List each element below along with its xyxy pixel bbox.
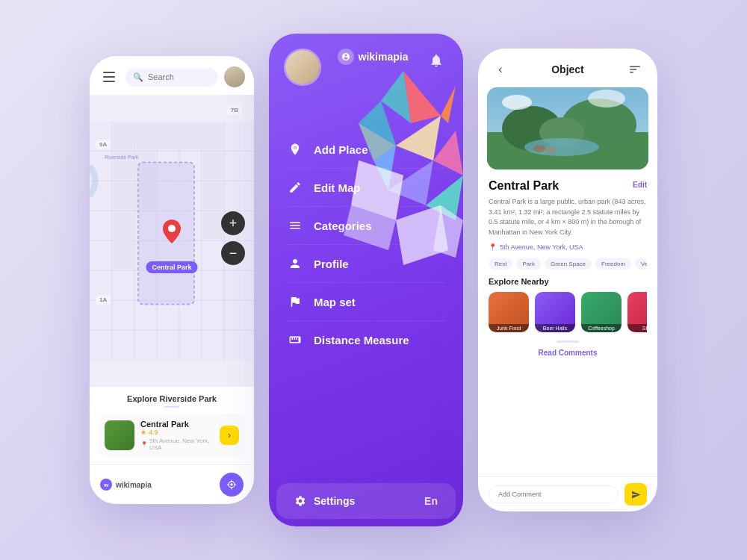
back-button[interactable]: ‹ <box>490 59 511 80</box>
settings-footer[interactable]: Settings En <box>276 483 456 519</box>
place-name: Central Park <box>489 178 559 193</box>
svg-rect-16 <box>158 123 178 150</box>
brand-icon <box>338 49 354 65</box>
menu-top: wikimapia <box>269 34 463 86</box>
park-thumbnail <box>105 420 134 450</box>
language-label: En <box>424 495 438 507</box>
park-info: Central Park ★ 4.9 📍 5th Avenue, New Yor… <box>140 420 214 451</box>
tags-row: Rest Park Green Space Freedom Vermin <box>489 258 647 270</box>
divider <box>164 406 179 408</box>
svg-rect-23 <box>203 183 223 210</box>
svg-point-56 <box>502 95 532 110</box>
star-icon: ★ <box>140 429 146 436</box>
svg-point-54 <box>533 145 545 152</box>
nearby-beer-halls[interactable]: Beer Halls <box>535 292 575 335</box>
svg-rect-24 <box>114 213 133 270</box>
place-location: 📍 5th Avenue, New York, USA <box>489 243 647 251</box>
user-avatar-image <box>285 50 320 84</box>
settings-icon <box>294 495 306 507</box>
svg-rect-21 <box>203 153 223 180</box>
my-location-button[interactable] <box>220 473 244 497</box>
menu-items-list: Add Place Edit Map Categories Profile Ma… <box>269 131 463 476</box>
nearby-strip-image: Strip <box>627 292 647 332</box>
rating-value: 4.9 <box>149 429 158 436</box>
settings-label: Settings <box>314 495 355 507</box>
nearby-beer-halls-label: Beer Halls <box>535 324 575 332</box>
hamburger-icon <box>103 72 115 82</box>
tag-rest: Rest <box>489 258 512 270</box>
phone-detail: ‹ Object <box>478 49 657 511</box>
nearby-junk-food[interactable]: Junk Food <box>489 292 529 335</box>
svg-point-29 <box>230 483 233 486</box>
address-text: 5th Avenue, New York, USA <box>149 438 214 451</box>
nearby-coffeeshop[interactable]: Coffeeshop <box>581 292 622 335</box>
park-rating: ★ 4.9 <box>140 429 214 436</box>
edit-button[interactable]: Edit <box>633 178 647 189</box>
profile-label: Profile <box>314 258 349 270</box>
notification-button[interactable] <box>424 49 448 72</box>
search-input[interactable] <box>148 72 211 81</box>
detail-image <box>487 87 648 169</box>
sort-button[interactable] <box>624 59 645 80</box>
comment-bar <box>478 476 657 511</box>
svg-rect-25 <box>203 213 223 240</box>
menu-item-edit-map[interactable]: Edit Map <box>287 169 445 207</box>
nearby-title: Explore Nearby <box>489 277 647 286</box>
hamburger-button[interactable] <box>99 66 120 87</box>
map-area: Riverside Park 9A 7B 1A Central Park + − <box>90 95 254 387</box>
edit-map-label: Edit Map <box>314 181 361 194</box>
nearby-beer-halls-image: Beer Halls <box>535 292 575 332</box>
location-pin-icon: 📍 <box>489 243 497 251</box>
send-comment-button[interactable] <box>624 483 647 505</box>
place-photo <box>487 87 648 169</box>
explore-title: Explore Riverside Park <box>99 394 245 403</box>
tag-greenspace: Green Space <box>545 258 592 270</box>
comment-input[interactable] <box>489 485 619 503</box>
nearby-junk-food-image: Junk Food <box>489 292 529 332</box>
tag-park: Park <box>516 258 540 270</box>
nearby-coffeeshop-image: Coffeeshop <box>581 292 622 332</box>
name-row: Central Park Edit <box>489 178 647 193</box>
menu-item-add-place[interactable]: Add Place <box>287 131 445 169</box>
add-place-icon <box>287 141 303 158</box>
map-tag-1a: 1A <box>96 295 111 305</box>
user-avatar[interactable] <box>284 49 321 86</box>
map-tag-7b: 7B <box>227 105 242 115</box>
profile-icon <box>287 255 303 272</box>
detail-content: Central Park Edit Central Park is a larg… <box>478 169 657 476</box>
map-set-icon <box>287 293 303 310</box>
park-arrow-button[interactable]: › <box>220 426 239 445</box>
map-label: Central Park <box>146 261 197 273</box>
wikimapia-label: wikimapia <box>116 481 152 489</box>
park-card[interactable]: Central Park ★ 4.9 📍 5th Avenue, New Yor… <box>99 414 245 457</box>
map-footer: w wikimapia <box>90 464 254 504</box>
avatar[interactable] <box>224 66 245 87</box>
svg-rect-17 <box>181 123 200 150</box>
svg-rect-15 <box>136 123 155 150</box>
distance-measure-label: Distance Measure <box>314 334 409 346</box>
nearby-strip[interactable]: Strip <box>627 292 647 335</box>
settings-left: Settings <box>294 495 355 507</box>
nearby-junk-food-label: Junk Food <box>489 324 529 332</box>
menu-item-map-set[interactable]: Map set <box>287 283 445 321</box>
svg-point-57 <box>588 90 625 108</box>
menu-item-categories[interactable]: Categories <box>287 207 445 245</box>
search-bar[interactable]: 🔍 <box>125 68 218 87</box>
read-comments-button[interactable]: Read Comments <box>489 349 647 357</box>
park-name: Central Park <box>140 420 214 429</box>
nearby-row: Junk Food Beer Halls Coffeeshop Strip <box>489 292 647 335</box>
menu-item-distance-measure[interactable]: Distance Measure <box>287 321 445 358</box>
brand-logo: wikimapia <box>338 49 409 65</box>
map-pin <box>163 220 181 246</box>
tag-freedom: Freedom <box>595 258 631 270</box>
tag-vermin: Vermin <box>635 258 647 270</box>
phone-menu: wikimapia <box>269 34 463 526</box>
nearby-coffeeshop-label: Coffeeshop <box>581 324 622 332</box>
svg-marker-32 <box>441 86 456 123</box>
menu-item-profile[interactable]: Profile <box>287 245 445 283</box>
categories-label: Categories <box>314 220 372 232</box>
phone-map: 🔍 <box>90 56 254 504</box>
svg-rect-14 <box>114 123 133 150</box>
avatar-image <box>224 66 245 87</box>
nearby-strip-label: Strip <box>627 324 647 332</box>
